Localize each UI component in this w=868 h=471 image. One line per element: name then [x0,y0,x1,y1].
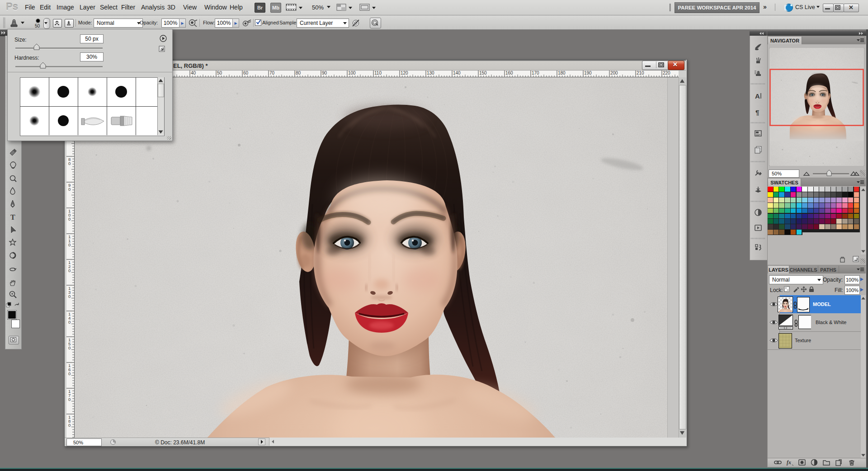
svg-text:0: 0 [68,187,71,192]
svg-text:140: 140 [453,71,461,75]
svg-text:40: 40 [191,71,196,75]
svg-text:70: 70 [269,71,275,75]
svg-text:50: 50 [217,71,222,75]
svg-text:190: 190 [584,71,592,75]
svg-text:120: 120 [401,71,408,75]
svg-text:0: 0 [68,371,71,376]
svg-text:A: A [755,92,760,100]
svg-text:210: 210 [637,71,644,75]
svg-text:180: 180 [558,71,566,75]
svg-text:130: 130 [427,71,434,75]
svg-text:60: 60 [243,71,249,75]
svg-text:0: 0 [68,268,71,273]
svg-text:150: 150 [479,71,487,75]
svg-text:100: 100 [348,71,356,75]
svg-text:0: 0 [68,242,71,247]
svg-text:170: 170 [532,71,539,75]
svg-text:90: 90 [322,71,327,75]
svg-text:110: 110 [374,71,382,75]
svg-text:¶: ¶ [755,108,759,116]
svg-text:0: 0 [68,397,71,402]
svg-text:80: 80 [296,71,301,75]
svg-text:160: 160 [505,71,513,75]
svg-text:0: 0 [68,320,71,325]
svg-text:0: 0 [68,423,71,428]
svg-text:0: 0 [68,161,71,166]
svg-text:0: 0 [68,345,71,350]
svg-text:200: 200 [610,71,618,75]
svg-text:T: T [10,213,15,221]
svg-text:220: 220 [663,71,670,75]
svg-text:fx: fx [787,459,791,466]
svg-text:0: 0 [68,217,71,221]
svg-text:0: 0 [68,294,71,299]
